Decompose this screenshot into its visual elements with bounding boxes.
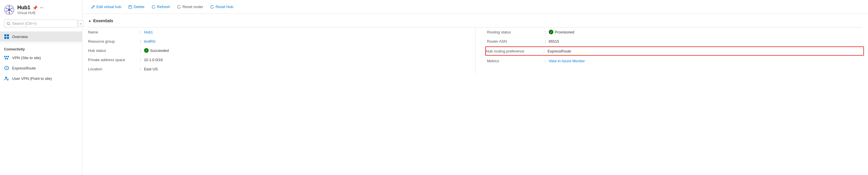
status-label: Hub status [88, 48, 140, 53]
search-input[interactable] [12, 21, 75, 26]
location-text: East US [144, 67, 158, 71]
routing-status-label: Routing status [487, 30, 545, 34]
refresh-button[interactable]: Refresh [149, 3, 173, 11]
vpn-label: VPN (Site to site) [12, 56, 41, 60]
router-asn-text: 65515 [549, 39, 559, 43]
refresh-label: Refresh [157, 5, 170, 9]
hub-routing-value: : ExpressRoute [544, 49, 863, 53]
routing-check-icon: ✓ [549, 30, 553, 34]
svg-marker-30 [5, 67, 8, 69]
name-link[interactable]: Hub1 [144, 30, 153, 34]
reset-router-icon [177, 5, 181, 9]
hub-icon [4, 5, 14, 15]
field-routing-status: Routing status : ✓ Provisioned [487, 27, 862, 37]
hub-subtitle: Virtual HUB [17, 11, 78, 15]
name-value: : Hub1 [140, 30, 475, 34]
rg-link[interactable]: testRG [144, 39, 156, 43]
svg-rect-36 [129, 6, 132, 9]
address-label: Private address space [88, 58, 140, 62]
main-content: Edit virtual hub Delete Refresh [82, 0, 868, 175]
vpn-icon [4, 55, 9, 60]
svg-point-14 [7, 22, 9, 24]
metrics-link[interactable]: View in Azure Monitor [549, 59, 585, 63]
reset-router-button[interactable]: Reset router [174, 3, 206, 11]
svg-rect-17 [7, 34, 9, 36]
reset-hub-label: Reset Hub [216, 5, 233, 9]
field-private-address: Private address space : 10.1.0.0/16 [88, 55, 475, 64]
router-asn-label: Router ASN [487, 39, 545, 43]
location-value: : East US [140, 67, 475, 71]
edit-label: Edit virtual hub [96, 5, 121, 9]
sidebar-item-overview[interactable]: Overview [0, 31, 82, 42]
sidebar-divider [0, 43, 82, 43]
rg-label: Resource group [88, 39, 140, 43]
svg-point-3 [11, 8, 13, 9]
field-name: Name : Hub1 [88, 27, 475, 37]
sidebar-item-uservpn[interactable]: User VPN (Point to site) [0, 73, 82, 83]
sidebar-item-expressroute[interactable]: ExpressRoute [0, 63, 82, 73]
check-circle-icon: ✓ [144, 48, 149, 53]
chevron-icon: ▲ [88, 19, 92, 23]
address-value: : 10.1.0.0/16 [140, 58, 475, 62]
essentials-title: Essentials [93, 19, 113, 23]
svg-rect-19 [7, 37, 9, 39]
metrics-value: : View in Azure Monitor [545, 59, 862, 63]
svg-line-35 [94, 6, 94, 6]
svg-rect-24 [7, 58, 8, 59]
reset-hub-icon [210, 5, 214, 9]
name-label: Name [88, 30, 140, 34]
sidebar-item-vpn[interactable]: VPN (Site to site) [0, 53, 82, 63]
sidebar: Hub1 📌 ··· Virtual HUB « Overview Connec… [0, 0, 82, 175]
status-value: : ✓ Succeeded [140, 48, 475, 53]
routing-status-text: Provisioned [555, 30, 575, 34]
essentials-right: Routing status : ✓ Provisioned Router AS… [475, 27, 862, 73]
search-bar: « [4, 20, 78, 27]
svg-rect-18 [4, 37, 6, 39]
svg-point-6 [6, 11, 7, 12]
pin-icon[interactable]: 📌 [33, 5, 37, 10]
hub-title-block: Hub1 📌 ··· Virtual HUB [17, 5, 78, 15]
metrics-label: Metrics [487, 59, 545, 63]
uservpn-icon [4, 76, 9, 81]
svg-point-7 [6, 8, 7, 9]
hub-title-text: Hub1 [17, 5, 30, 11]
essentials-left: Name : Hub1 Resource group : testRG Hub … [88, 27, 475, 73]
svg-line-15 [9, 24, 10, 25]
svg-point-1 [8, 8, 11, 11]
svg-rect-16 [4, 34, 6, 36]
rg-value: : testRG [140, 39, 475, 43]
expressroute-label: ExpressRoute [12, 66, 36, 70]
svg-point-31 [5, 77, 7, 78]
content-area: ▲ Essentials Name : Hub1 Resource group … [82, 14, 868, 175]
routing-status-value: : ✓ Provisioned [545, 30, 862, 34]
delete-button[interactable]: Delete [125, 3, 148, 11]
section-title: ▲ Essentials [88, 19, 862, 23]
status-success: ✓ Succeeded [144, 48, 169, 53]
overview-label: Overview [12, 35, 28, 39]
reset-hub-button[interactable]: Reset Hub [207, 3, 236, 11]
field-metrics: Metrics : View in Azure Monitor [487, 56, 862, 65]
overview-icon [4, 34, 9, 39]
svg-point-4 [11, 11, 13, 12]
svg-point-2 [9, 6, 10, 7]
hub-routing-label: Hub routing preference [486, 49, 544, 53]
svg-rect-21 [6, 56, 7, 57]
field-hub-routing-preference: Hub routing preference : ExpressRoute [485, 46, 864, 56]
router-asn-value: : 65515 [545, 39, 862, 43]
collapse-button[interactable]: « [78, 21, 84, 27]
svg-rect-23 [5, 58, 6, 59]
edit-virtual-hub-button[interactable]: Edit virtual hub [88, 3, 124, 11]
sidebar-header: Hub1 📌 ··· Virtual HUB [0, 0, 82, 18]
svg-point-5 [9, 12, 10, 14]
field-router-asn: Router ASN : 65515 [487, 37, 862, 46]
toolbar: Edit virtual hub Delete Refresh [82, 0, 868, 14]
uservpn-label: User VPN (Point to site) [12, 76, 52, 81]
svg-point-32 [7, 79, 8, 80]
svg-line-27 [7, 57, 8, 58]
refresh-icon [152, 5, 156, 9]
essentials-grid: Name : Hub1 Resource group : testRG Hub … [88, 27, 862, 73]
reset-router-label: Reset router [182, 5, 203, 9]
ellipsis-icon[interactable]: ··· [40, 5, 43, 10]
svg-rect-20 [4, 56, 5, 57]
routing-status-success: ✓ Provisioned [549, 30, 575, 34]
